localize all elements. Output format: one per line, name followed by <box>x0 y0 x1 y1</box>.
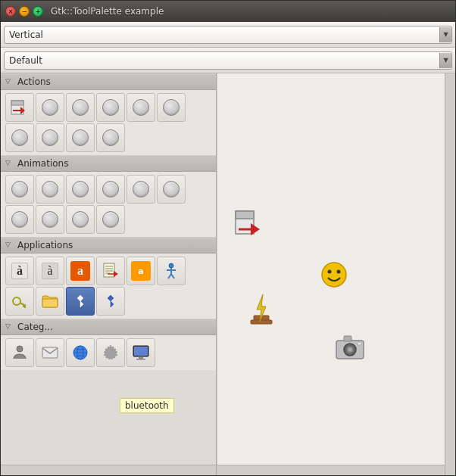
categories-group-title: Categ... <box>17 322 53 332</box>
minimize-icon: − <box>22 8 27 15</box>
style-combo-arrow: ▼ <box>439 53 451 68</box>
tool-btn-a4[interactable] <box>126 93 155 122</box>
svg-rect-39 <box>251 320 272 324</box>
style-combo[interactable]: Default ▼ <box>4 51 452 70</box>
categories-expander-icon: ▽ <box>5 322 14 331</box>
circle-icon-5 <box>163 99 180 116</box>
tool-btn-anim1[interactable] <box>5 175 34 204</box>
orientation-combo-arrow: ▼ <box>439 27 451 42</box>
tool-btn-accessibility[interactable] <box>157 257 186 285</box>
close-button[interactable]: × <box>5 6 16 17</box>
tool-btn-anim8[interactable] <box>36 205 64 234</box>
circle-icon-6 <box>11 129 28 146</box>
svg-rect-4 <box>104 263 114 277</box>
toolbar-row-1: Vertical ▼ <box>1 22 455 48</box>
categories-group-header[interactable]: ▽ Categ... <box>1 319 216 335</box>
circle-icon-8 <box>72 129 89 146</box>
tool-btn-orange-a[interactable]: a <box>66 257 95 285</box>
canvas-flash-icon <box>246 293 276 326</box>
minimize-button[interactable]: − <box>19 6 30 17</box>
anim-circle-7 <box>11 211 28 228</box>
orientation-combo[interactable]: Vertical ▼ <box>4 26 452 44</box>
circle-icon-7 <box>42 129 58 146</box>
anim-circle-1 <box>11 181 28 198</box>
bluetooth-active-icon <box>72 293 89 310</box>
text-plain-icon: à <box>42 263 58 279</box>
actions-group-header[interactable]: ▽ Actions <box>1 73 216 90</box>
maximize-button[interactable]: + <box>33 6 43 17</box>
applications-group-title: Applications <box>17 240 73 250</box>
tool-btn-anim9[interactable] <box>66 205 95 234</box>
canvas-smiley-icon <box>320 261 348 288</box>
svg-rect-46 <box>358 342 361 345</box>
svg-rect-1 <box>11 101 23 105</box>
person-icon <box>11 344 29 362</box>
canvas-camera-icon <box>335 334 365 360</box>
svg-point-11 <box>169 263 173 268</box>
tool-btn-anim2[interactable] <box>36 175 64 204</box>
tool-btn-a5[interactable] <box>157 93 186 122</box>
tool-btn-bluetooth-active[interactable]: bluetooth <box>66 287 95 316</box>
circle-icon-9 <box>102 129 119 146</box>
tool-btn-monitor[interactable] <box>126 338 155 367</box>
circle-icon-1 <box>42 99 58 116</box>
canvas-horizontal-scrollbar[interactable] <box>217 465 445 475</box>
main-area: ▽ Actions <box>1 73 455 475</box>
tool-btn-a9[interactable] <box>96 123 125 152</box>
tool-btn-anim7[interactable] <box>5 205 34 234</box>
palette-scroll[interactable]: ▽ Actions <box>1 73 216 465</box>
canvas-content <box>217 73 445 465</box>
anim-circle-5 <box>133 181 149 198</box>
tool-btn-person[interactable] <box>5 338 34 367</box>
tool-btn-anim5[interactable] <box>126 175 155 204</box>
svg-rect-22 <box>42 347 58 358</box>
tool-btn-a8[interactable] <box>66 123 95 152</box>
tool-btn-anim10[interactable] <box>96 205 125 234</box>
tool-btn-anim3[interactable] <box>66 175 95 204</box>
tool-btn-a3[interactable] <box>96 93 125 122</box>
applications-group-content: à à a <box>1 254 216 319</box>
tool-btn-key[interactable] <box>5 287 34 316</box>
canvas-icon-smiley <box>320 261 348 291</box>
tool-btn-settings[interactable] <box>96 338 125 367</box>
bluetooth-plain-icon <box>102 293 119 310</box>
tool-btn-notepad[interactable] <box>96 257 125 285</box>
folder-icon <box>41 292 59 310</box>
applications-group-header[interactable]: ▽ Applications <box>1 237 216 254</box>
import-icon <box>10 98 30 117</box>
categories-group-content <box>1 335 216 370</box>
tool-btn-text-bold[interactable]: à <box>5 257 34 285</box>
svg-rect-28 <box>134 347 148 356</box>
tool-btn-anim4[interactable] <box>96 175 125 204</box>
animations-group-content <box>1 172 216 237</box>
svg-rect-30 <box>136 359 145 360</box>
canvas-vertical-scrollbar[interactable] <box>445 73 455 475</box>
animations-group-header[interactable]: ▽ Animations <box>1 155 216 172</box>
tool-btn-anim6[interactable] <box>157 175 186 204</box>
tool-btn-amazon[interactable]: a <box>126 257 155 285</box>
notepad-icon <box>102 262 120 280</box>
svg-marker-9 <box>114 271 118 277</box>
tool-btn-a1[interactable] <box>36 93 64 122</box>
tool-btn-a2[interactable] <box>66 93 95 122</box>
tool-btn-a6[interactable] <box>5 123 34 152</box>
canvas-icon-import <box>234 210 264 242</box>
anim-circle-3 <box>72 181 89 198</box>
actions-group-title: Actions <box>17 76 51 87</box>
anim-circle-10 <box>102 211 119 228</box>
tool-btn-text-plain[interactable]: à <box>36 257 64 285</box>
tool-btn-a7[interactable] <box>36 123 64 152</box>
toolbar-row-2: Default ▼ <box>1 48 455 73</box>
text-bold-icon: à <box>11 263 28 279</box>
tool-btn-globe[interactable] <box>66 338 95 367</box>
svg-point-35 <box>322 263 346 287</box>
tool-btn-bluetooth-plain[interactable] <box>96 287 125 316</box>
circle-icon-2 <box>72 99 89 116</box>
animations-group-title: Animations <box>17 158 68 169</box>
anim-circle-8 <box>42 211 58 228</box>
orientation-combo-value: Vertical <box>9 30 436 40</box>
tool-btn-import[interactable] <box>5 93 34 122</box>
tool-btn-folder[interactable] <box>36 287 64 316</box>
palette-horizontal-scrollbar[interactable] <box>1 465 216 475</box>
tool-btn-email[interactable] <box>36 338 64 367</box>
